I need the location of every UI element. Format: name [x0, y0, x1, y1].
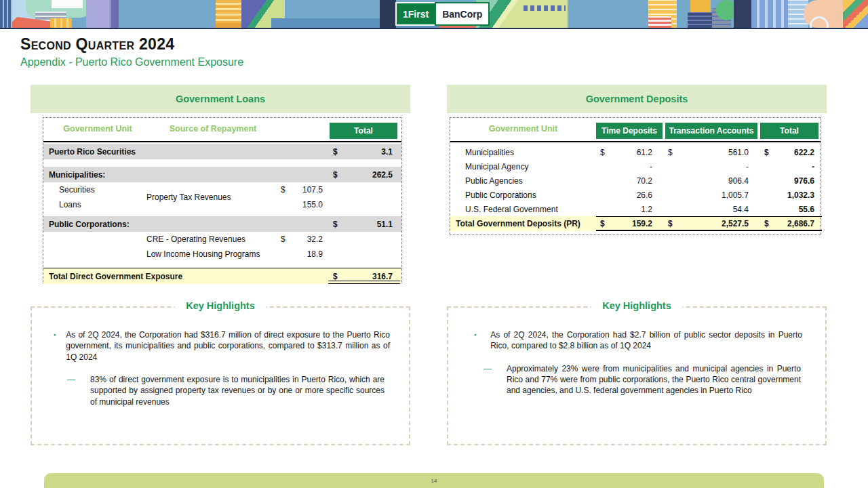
banner-building: [216, 0, 243, 24]
banner-building: [648, 16, 671, 28]
time-deposit-value: 61.2: [637, 148, 652, 157]
grand-total-value: 316.7: [345, 272, 393, 281]
highlight-text: As of 2Q 2024, the Corporation had $2.7 …: [490, 329, 802, 352]
table-row: Puerto Rico Securities $ 3.1: [43, 144, 401, 159]
unit-label: Municipal Agency: [450, 162, 596, 171]
highlight-text: Approximately 23% were from municipaliti…: [507, 363, 801, 396]
double-underline: [328, 281, 400, 284]
government-loans-table: Government Unit Source of Repayment Tota…: [43, 117, 402, 283]
banner-shape: [52, 0, 83, 8]
row-label: Municipalities:: [43, 170, 323, 180]
currency-sign: $: [323, 272, 345, 281]
currency-sign: $: [600, 148, 605, 157]
amount: 107.5: [291, 185, 323, 195]
loans-section-title: Government Loans: [176, 94, 265, 104]
banner-shape: [524, 5, 566, 11]
total-value: 51.1: [345, 220, 393, 229]
highlight-subbullet: — 83% of direct government exposure is t…: [67, 374, 384, 407]
amount: 32.2: [291, 235, 323, 244]
total-value: 262.5: [345, 170, 393, 180]
page-subtitle: Appendix - Puerto Rico Government Exposu…: [20, 56, 243, 68]
banner-building: [50, 18, 72, 28]
government-deposits-table: Government Unit Time Deposits Transactio…: [450, 117, 821, 235]
loans-total-row: Total Direct Government Exposure $ 316.7: [43, 268, 401, 284]
cityscape-banner: 1First BanCorp: [0, 0, 868, 28]
time-deposit-value: -: [650, 162, 652, 171]
deposits-table-header: Government Unit Time Deposits Transactio…: [450, 118, 821, 141]
amount: 155.0: [291, 200, 323, 209]
amount: 18.9: [291, 249, 323, 259]
logo-bancorp-mark: BanCorp: [435, 2, 490, 26]
currency-sign: $: [764, 219, 769, 228]
sub-unit: Loans: [43, 200, 145, 209]
page-number: 14: [44, 473, 824, 484]
loans-col-government-unit: Government Unit: [43, 124, 152, 134]
table-subrow: CRE - Operating Revenues $ 32.2: [43, 232, 401, 247]
highlight-bullet: ▪ As of 2Q 2024, the Corporation had $2.…: [474, 329, 802, 352]
time-deposit-value: 70.2: [637, 176, 652, 186]
total-value: 3.1: [345, 147, 393, 157]
currency-sign: $: [274, 235, 291, 244]
dash-icon: —: [67, 374, 75, 407]
unit-label: Public Agencies: [450, 176, 596, 186]
banner-building: [734, 0, 751, 28]
key-highlights-deposits: Key Highlights ▪ As of 2Q 2024, the Corp…: [447, 306, 827, 445]
firstbancorp-logo: 1First BanCorp: [395, 2, 490, 26]
deposits-section-title: Government Deposits: [586, 94, 688, 104]
loans-col-total: Total: [330, 123, 397, 139]
banner-shape: [380, 0, 396, 28]
table-row: U.S. Federal Government 1.2 54.4 55.6: [450, 202, 821, 216]
total-value: 1,032.3: [787, 190, 814, 200]
banner-building: [0, 0, 14, 28]
currency-sign: $: [668, 219, 673, 228]
source-of-repayment: Property Tax Revenues: [145, 192, 274, 202]
highlight-text: 83% of direct government exposure is to …: [90, 374, 384, 407]
time-deposit-value: 1.2: [641, 205, 652, 214]
grand-total-value: 2,686.7: [787, 219, 814, 228]
unit-label: Municipalities: [450, 148, 596, 157]
bullet-square-icon: ▪: [474, 329, 476, 352]
key-highlights-title: Key Highlights: [175, 300, 266, 311]
header-rule: [43, 141, 401, 142]
dash-icon: —: [484, 363, 492, 396]
total-value: 976.6: [794, 176, 814, 186]
deposits-col-government-unit: Government Unit: [450, 124, 596, 134]
banner-building: [111, 0, 119, 28]
time-deposit-total: 159.2: [632, 219, 652, 228]
row-label: Public Corporations:: [43, 220, 323, 229]
sub-unit: Securities: [43, 185, 145, 195]
footer-bar: 14: [44, 473, 824, 488]
source-of-repayment: Low Income Housing Programs: [145, 249, 274, 259]
key-highlights-title: Key Highlights: [591, 300, 682, 311]
section-band-deposits: Government Deposits: [447, 85, 827, 113]
table-row: Public Agencies 70.2 906.4 976.6: [450, 174, 821, 188]
highlight-text: As of 2Q 2024, the Corporation had $316.…: [66, 329, 390, 363]
banner-building: [751, 0, 788, 28]
deposits-col-transaction-accounts: Transaction Accounts: [665, 123, 757, 139]
currency-sign: $: [323, 170, 345, 180]
deposits-col-total: Total: [760, 123, 818, 139]
total-label: Total Direct Government Exposure: [43, 272, 323, 281]
transaction-accounts-value: 1,005.7: [722, 190, 749, 200]
highlight-subbullet: — Approximately 23% were from municipali…: [484, 363, 801, 396]
table-row: Municipalities $61.2 $561.0 $622.2: [450, 145, 821, 159]
unit-label: Public Corporations: [450, 190, 596, 200]
logo-first-mark: 1First: [395, 2, 435, 26]
deposits-total-row: Total Government Deposits (PR) $159.2 $2…: [450, 216, 821, 231]
loans-table-header: Government Unit Source of Repayment Tota…: [43, 118, 401, 141]
currency-sign: $: [668, 148, 673, 157]
currency-sign: $: [274, 185, 291, 195]
highlight-bullet: ▪ As of 2Q 2024, the Corporation had $31…: [54, 329, 390, 363]
table-subrows-municipalities: Securities Loans Property Tax Revenues $…: [43, 182, 401, 212]
total-value: -: [812, 162, 814, 171]
table-row: Municipal Agency - - -: [450, 159, 821, 174]
key-highlights-loans: Key Highlights ▪ As of 2Q 2024, the Corp…: [31, 306, 410, 445]
source-of-repayment: CRE - Operating Revenues: [145, 235, 274, 244]
transaction-accounts-value: 54.4: [733, 205, 749, 214]
banner-building: [86, 0, 111, 28]
bullet-square-icon: ▪: [54, 329, 56, 363]
banner-building: [688, 12, 712, 28]
currency-sign: $: [600, 219, 605, 228]
table-row: Public Corporations 26.6 1,005.7 1,032.3: [450, 188, 821, 202]
loans-col-source: Source of Repayment: [152, 124, 274, 134]
